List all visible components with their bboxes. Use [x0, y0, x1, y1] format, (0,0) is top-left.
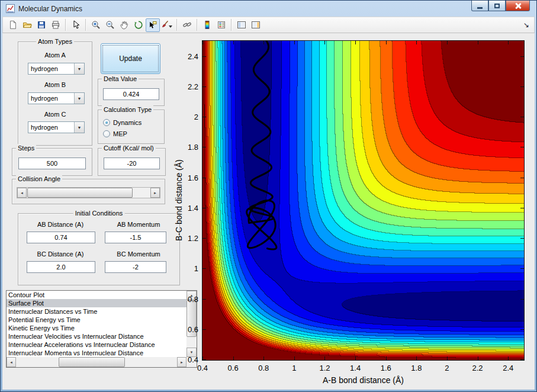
- list-item[interactable]: Surface Plot: [7, 299, 186, 307]
- list-item[interactable]: Internuclear Velocities vs Internuclear …: [7, 332, 186, 340]
- cutoff-input[interactable]: [104, 158, 160, 169]
- x-tick-label: 1.6: [381, 364, 391, 372]
- window-title: Molecular Dynamics: [18, 5, 82, 13]
- open-file-button[interactable]: [20, 18, 34, 32]
- x-tick-label: 2.2: [472, 364, 483, 372]
- y-tick-label: 1.6: [188, 173, 198, 182]
- x-tick-label: 0.4: [197, 364, 208, 372]
- link-plots-button[interactable]: [180, 18, 194, 32]
- initial-conditions-legend: Initial Conditions: [73, 209, 125, 217]
- listbox-items: Contour Plot Surface Plot Internuclear D…: [7, 291, 186, 357]
- new-figure-icon: [8, 20, 18, 30]
- chevron-down-icon[interactable]: ▼: [74, 122, 84, 133]
- calculation-type-legend: Calculation Type: [102, 105, 153, 114]
- atom-a-value: hydrogen: [28, 65, 74, 72]
- list-item[interactable]: Internuclear Momenta vs Internuclear Dis…: [7, 349, 186, 357]
- atom-b-value: hydrogen: [28, 95, 74, 102]
- collision-angle-slider[interactable]: ◄ ►: [17, 187, 160, 198]
- atom-c-value: hydrogen: [28, 124, 74, 131]
- dock-figure-button[interactable]: ↘: [523, 21, 531, 29]
- update-button[interactable]: Update: [101, 43, 160, 74]
- steps-legend: Steps: [16, 144, 36, 152]
- calculation-type-group: Calculation Type Dynamics MEP: [98, 110, 165, 144]
- atom-types-group: Atom Types Atom A hydrogen ▼ Atom B hydr…: [18, 41, 92, 146]
- plot-area: A-B bond distance (Å) B-C bond distance …: [202, 40, 525, 361]
- list-item[interactable]: Potential Energy vs Time: [7, 316, 186, 324]
- print-figure-icon: [51, 20, 60, 30]
- x-axis-label: A-B bond distance (Å): [323, 375, 404, 385]
- list-item[interactable]: Kinetic Energy vs Time: [7, 324, 186, 332]
- delta-value-input[interactable]: [103, 88, 159, 100]
- radio-mep-circle[interactable]: [103, 130, 110, 137]
- x-tick-label: 1.4: [350, 364, 361, 372]
- steps-input[interactable]: [18, 158, 86, 169]
- list-item[interactable]: Internuclear Accelerations vs Internucle…: [7, 340, 186, 349]
- listbox-horizontal-scrollbar[interactable]: ◄ ►: [7, 357, 186, 367]
- edit-plot-button[interactable]: [69, 18, 83, 32]
- insert-legend-button[interactable]: [214, 18, 229, 32]
- list-item[interactable]: Contour Plot: [7, 291, 186, 299]
- window-controls: [471, 1, 530, 11]
- hide-plot-tools-icon: [237, 20, 246, 30]
- atom-c-select[interactable]: hydrogen ▼: [28, 121, 85, 133]
- bc-momentum-input[interactable]: [105, 261, 166, 273]
- rotate-3d-button[interactable]: [131, 18, 146, 32]
- pan-button[interactable]: [117, 18, 131, 32]
- maximize-button[interactable]: [488, 1, 506, 11]
- atom-c-label: Atom C: [18, 111, 92, 118]
- print-figure-button[interactable]: [49, 18, 63, 32]
- horizontal-scrollbar-thumb[interactable]: [59, 357, 125, 367]
- insert-colorbar-button[interactable]: [200, 18, 214, 32]
- x-tick-label: 2.4: [503, 364, 513, 372]
- chevron-down-icon[interactable]: ▼: [74, 93, 84, 104]
- y-tick-label: 0.8: [188, 294, 198, 303]
- bc-distance-input[interactable]: [27, 261, 95, 273]
- toolbar-separator: [197, 19, 198, 31]
- radio-mep-label: MEP: [113, 130, 127, 137]
- toolbar-separator: [65, 19, 66, 31]
- zoom-in-button[interactable]: [89, 18, 103, 32]
- open-file-icon: [22, 20, 32, 30]
- ab-momentum-label: AB Momentum: [101, 221, 176, 228]
- ab-momentum-input[interactable]: [105, 232, 166, 243]
- y-tick-label: 1.4: [188, 203, 198, 212]
- show-plot-tools-button[interactable]: [249, 18, 263, 32]
- y-tick-label: 1.2: [188, 234, 198, 243]
- contour-plot-canvas[interactable]: [202, 40, 525, 361]
- radio-dynamics-label: Dynamics: [113, 119, 142, 126]
- atom-b-select[interactable]: hydrogen ▼: [28, 92, 85, 104]
- y-tick-label: 2.4: [188, 52, 198, 60]
- y-tick-label: 2: [194, 113, 198, 121]
- slider-right-arrow-icon[interactable]: ►: [150, 188, 160, 198]
- radio-dynamics[interactable]: Dynamics: [103, 119, 142, 126]
- data-cursor-button[interactable]: [146, 18, 160, 32]
- brush-dropdown-icon[interactable]: [169, 25, 172, 30]
- insert-colorbar-icon: [202, 20, 212, 30]
- pan-hand-icon: [120, 20, 129, 30]
- scroll-left-icon[interactable]: ◄: [7, 357, 16, 367]
- slider-left-arrow-icon[interactable]: ◄: [17, 188, 27, 198]
- brush-button[interactable]: [160, 18, 174, 32]
- chevron-down-icon[interactable]: ▼: [74, 63, 84, 74]
- new-figure-button[interactable]: [6, 18, 20, 32]
- slider-thumb[interactable]: [27, 188, 133, 198]
- titlebar[interactable]: Molecular Dynamics: [2, 1, 535, 17]
- plot-type-listbox[interactable]: Contour Plot Surface Plot Internuclear D…: [6, 290, 197, 368]
- maximize-icon: [494, 4, 500, 8]
- show-plot-tools-icon: [251, 20, 261, 30]
- radio-dynamics-circle[interactable]: [103, 119, 110, 126]
- collision-angle-legend: Collision Angle: [16, 175, 62, 183]
- close-button[interactable]: [506, 1, 530, 11]
- minimize-button[interactable]: [471, 1, 488, 11]
- collision-angle-group: Collision Angle ◄ ►: [12, 179, 165, 204]
- list-item[interactable]: Internuclear Distances vs Time: [7, 307, 186, 316]
- ab-distance-input[interactable]: [27, 232, 95, 243]
- radio-mep[interactable]: MEP: [103, 130, 127, 137]
- hide-plot-tools-button[interactable]: [234, 18, 249, 32]
- bc-momentum-label: BC Momentum: [101, 250, 176, 258]
- y-tick-label: 1: [194, 264, 198, 273]
- toolbar-separator: [85, 19, 86, 31]
- atom-a-select[interactable]: hydrogen ▼: [28, 63, 85, 75]
- save-figure-button[interactable]: [34, 18, 49, 32]
- zoom-out-button[interactable]: [103, 18, 117, 32]
